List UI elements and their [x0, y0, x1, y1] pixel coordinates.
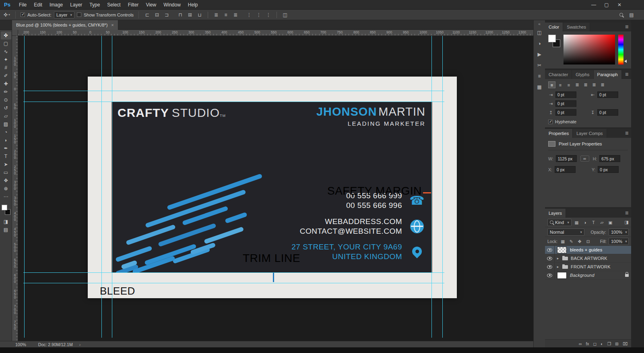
- align-icon[interactable]: [208, 12, 208, 18]
- auto-select-scope-dropdown[interactable]: Layer: [54, 11, 74, 19]
- layer-effects-icon[interactable]: fx: [586, 341, 589, 346]
- visibility-toggle[interactable]: [545, 246, 555, 254]
- panel-menu-icon[interactable]: ≣: [625, 23, 631, 31]
- menu-item[interactable]: Filter: [124, 2, 142, 8]
- panel-actions-icon[interactable]: ▶: [535, 49, 544, 60]
- lock-all-icon[interactable]: ⊡: [585, 238, 591, 245]
- justify-last-right-button[interactable]: ≣: [590, 81, 598, 88]
- menu-item[interactable]: File: [15, 2, 30, 8]
- zoom-level-field[interactable]: 100%: [15, 342, 26, 347]
- kind-filter-dropdown[interactable]: Kind: [547, 219, 572, 226]
- align-horizontal-centers-icon[interactable]: ⊟: [153, 11, 161, 19]
- horizontal-guide-line[interactable]: [23, 102, 444, 102]
- hyphenate-checkbox[interactable]: [548, 120, 553, 124]
- align-vertical-centers-icon[interactable]: ⊞: [186, 11, 194, 19]
- field-value[interactable]: 0 pt: [597, 91, 618, 98]
- hue-slider-arrow[interactable]: [624, 60, 627, 63]
- gradient-tool[interactable]: ▨: [1, 120, 11, 128]
- status-expander-icon[interactable]: ›: [79, 342, 81, 347]
- type-tool[interactable]: T: [1, 152, 11, 160]
- layer-row-front-artwork[interactable]: ▸ FRONT ARTWORK: [545, 263, 631, 271]
- vertical-guide-line[interactable]: [431, 36, 432, 338]
- spot-healing-brush-tool[interactable]: ✚: [1, 80, 11, 88]
- filter-type-layers-icon[interactable]: T: [590, 219, 597, 226]
- blur-tool[interactable]: ◔: [1, 128, 11, 136]
- eraser-tool[interactable]: ▱: [1, 112, 11, 120]
- path-selection-tool[interactable]: ➤: [1, 160, 11, 168]
- eyedropper-tool[interactable]: ✐: [1, 72, 11, 80]
- minimize-icon[interactable]: —: [588, 2, 599, 8]
- saturation-brightness-field[interactable]: [564, 35, 615, 64]
- opacity-dropdown[interactable]: 100%: [609, 228, 629, 236]
- collapse-panels-icon[interactable]: «: [538, 21, 541, 27]
- y-field[interactable]: 0 px: [598, 166, 619, 173]
- visibility-toggle[interactable]: [545, 254, 555, 262]
- vertical-guide-line[interactable]: [442, 36, 443, 338]
- lock-image-pixels-icon[interactable]: ✎: [568, 238, 574, 245]
- align-icon[interactable]: [277, 12, 277, 18]
- distribute-left-edges-icon[interactable]: ⋮: [246, 11, 253, 19]
- field-value[interactable]: 0 pt: [555, 100, 576, 107]
- panel-adjustments-icon[interactable]: ◑: [535, 38, 544, 49]
- align-right-edges-icon[interactable]: ⊐: [163, 11, 170, 19]
- auto-align-layers-icon[interactable]: ◫: [281, 11, 289, 19]
- tab-glyphs[interactable]: Glyphs: [572, 70, 593, 79]
- field-value[interactable]: 0 pt: [597, 109, 618, 116]
- tab-layers[interactable]: Layers: [545, 209, 566, 218]
- field-value[interactable]: 0 pt: [555, 91, 576, 98]
- align-text-center-button[interactable]: ≡: [557, 81, 564, 88]
- vertical-ruler[interactable]: 1005005010015020025030035040045050055060…: [12, 36, 18, 341]
- x-field[interactable]: 0 px: [555, 166, 576, 173]
- panel-menu-icon[interactable]: ≣: [625, 70, 631, 79]
- close-document-icon[interactable]: ×: [111, 23, 114, 27]
- layer-mask-icon[interactable]: ◻: [593, 341, 597, 346]
- menu-item[interactable]: Help: [184, 2, 202, 8]
- clone-stamp-tool[interactable]: ⊙: [1, 96, 11, 104]
- auto-select-checkbox[interactable]: [21, 12, 25, 17]
- menu-item[interactable]: View: [142, 2, 160, 8]
- distribute-vertical-centers-icon[interactable]: ≡: [222, 11, 229, 19]
- tab-layer-comps[interactable]: Layer Comps: [573, 129, 607, 138]
- layers-list-empty-area[interactable]: [545, 280, 631, 339]
- close-icon[interactable]: ✕: [614, 2, 625, 8]
- move-tool-options-icon[interactable]: ✜: [3, 11, 10, 19]
- tab-properties[interactable]: Properties: [545, 129, 573, 138]
- panel-menu-icon[interactable]: ≣: [625, 129, 631, 138]
- menu-item[interactable]: Edit: [30, 2, 46, 8]
- align-text-left-button[interactable]: ≡: [548, 81, 555, 88]
- horizontal-guide-line[interactable]: [23, 272, 444, 273]
- hand-tool[interactable]: ✥: [1, 176, 11, 185]
- layer-row-background[interactable]: Background: [545, 271, 631, 280]
- width-field[interactable]: 1125 px: [556, 155, 577, 162]
- quick-selection-tool[interactable]: ✦: [1, 56, 11, 64]
- distribute-horizontal-centers-icon[interactable]: ⋮: [255, 11, 262, 19]
- justify-last-center-button[interactable]: ≣: [582, 81, 589, 88]
- horizontal-guide-line[interactable]: [23, 283, 444, 283]
- layer-row-back-artwork[interactable]: ▸ BACK ARTWORK: [545, 254, 631, 263]
- align-top-edges-icon[interactable]: ⊓: [177, 11, 184, 19]
- layer-name[interactable]: FRONT ARTWORK: [571, 264, 611, 269]
- tab-color[interactable]: Color: [545, 23, 563, 31]
- menu-item[interactable]: Layer: [66, 2, 86, 8]
- brush-tool[interactable]: ✏: [1, 88, 11, 96]
- panel-libraries-icon[interactable]: ◫: [535, 27, 544, 38]
- horizontal-ruler[interactable]: 2001501005005010015020025030035040045050…: [12, 30, 533, 36]
- foreground-color-swatch[interactable]: [548, 35, 556, 42]
- crop-tool[interactable]: #: [1, 64, 11, 72]
- menu-item[interactable]: Window: [160, 2, 184, 8]
- screen-mode-icon[interactable]: ▤: [1, 226, 11, 234]
- distribute-bottom-edges-icon[interactable]: ≣: [232, 11, 239, 19]
- filter-toggle-icon[interactable]: ◨: [625, 220, 629, 225]
- blend-mode-dropdown[interactable]: Normal: [547, 228, 584, 236]
- panel-styles-icon[interactable]: ✂: [535, 60, 544, 71]
- tab-character[interactable]: Character: [545, 70, 572, 79]
- pen-tool[interactable]: ✒: [1, 144, 11, 152]
- distribute-top-edges-icon[interactable]: ≣: [213, 11, 220, 19]
- link-layers-icon[interactable]: ∞: [579, 341, 582, 346]
- align-left-edges-icon[interactable]: ⊏: [144, 11, 151, 19]
- visibility-toggle[interactable]: [545, 263, 555, 271]
- group-disclosure-icon[interactable]: ▸: [555, 256, 560, 260]
- rectangle-tool[interactable]: ▭: [1, 168, 11, 176]
- adjustment-layer-icon[interactable]: ◐: [601, 341, 603, 346]
- new-layer-icon[interactable]: ⊞: [615, 341, 619, 346]
